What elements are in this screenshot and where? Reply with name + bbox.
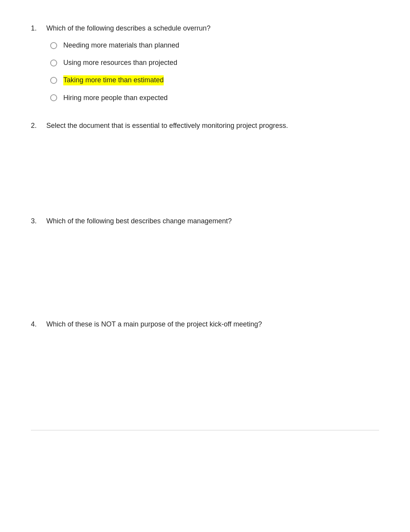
question-3-number: 3. [31, 216, 46, 226]
question-2-number: 2. [31, 121, 46, 131]
radio-q1b[interactable] [50, 59, 57, 66]
question-4-number: 4. [31, 319, 46, 330]
question-1-option-c[interactable]: Taking more time than estimated [46, 73, 379, 87]
spacer-1 [31, 146, 379, 193]
question-4-block: 4. Which of these is NOT a main purpose … [31, 319, 379, 330]
question-1-label: Which of the following describes a sched… [46, 23, 379, 34]
question-1-options: Needing more materials than planned Usin… [46, 38, 379, 105]
radio-q1d[interactable] [50, 94, 57, 101]
option-q1b-text: Using more resources than projected [63, 58, 177, 68]
question-1-option-b[interactable]: Using more resources than projected [46, 56, 379, 70]
spacer-2 [31, 242, 379, 288]
radio-q1c[interactable] [50, 77, 57, 84]
question-3-label: Which of the following best describes ch… [46, 216, 379, 226]
radio-q1a[interactable] [50, 42, 57, 49]
question-2-label: Select the document that is essential to… [46, 121, 379, 131]
question-1-number: 1. [31, 23, 46, 34]
question-4-label: Which of these is NOT a main purpose of … [46, 319, 379, 330]
question-2-text: 2. Select the document that is essential… [31, 121, 379, 131]
question-3-block: 3. Which of the following best describes… [31, 216, 379, 226]
question-1-option-d[interactable]: Hiring more people than expected [46, 91, 379, 105]
bottom-divider [31, 430, 379, 430]
question-1-option-a[interactable]: Needing more materials than planned [46, 38, 379, 53]
question-1-text: 1. Which of the following describes a sc… [31, 23, 379, 34]
question-4-text: 4. Which of these is NOT a main purpose … [31, 319, 379, 330]
option-q1a-text: Needing more materials than planned [63, 41, 179, 50]
option-q1d-text: Hiring more people than expected [63, 93, 168, 103]
question-2-block: 2. Select the document that is essential… [31, 121, 379, 131]
question-3-text: 3. Which of the following best describes… [31, 216, 379, 226]
question-1-block: 1. Which of the following describes a sc… [31, 23, 379, 105]
option-q1c-text: Taking more time than estimated [63, 75, 164, 85]
bottom-spacer [31, 345, 379, 422]
